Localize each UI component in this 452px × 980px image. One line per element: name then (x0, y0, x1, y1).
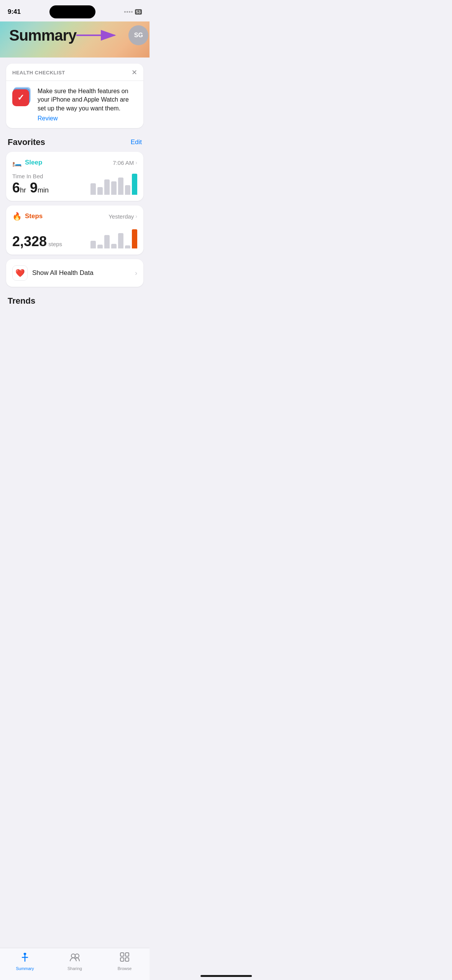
checklist-section-title: HEALTH CHECKLIST (12, 70, 65, 76)
sleep-bar-4 (111, 181, 117, 195)
show-all-label: Show All Health Data (32, 269, 130, 277)
steps-icon: 🔥 (12, 212, 22, 221)
trends-title: Trends (8, 296, 142, 306)
header-row: Summary SG (9, 21, 140, 45)
review-link[interactable]: Review (38, 115, 58, 122)
steps-metric-left: 2,328 steps (12, 225, 62, 248)
arrow-icon (76, 30, 122, 41)
steps-bar-3 (104, 235, 110, 248)
status-right: 53 (124, 9, 142, 15)
sleep-metric-value: 6hr 9min (12, 181, 49, 195)
steps-card-header: 🔥 Steps Yesterday › (12, 212, 137, 221)
page-title: Summary (9, 27, 76, 44)
sleep-card-header: 🛏️ Sleep 7:06 AM › (12, 158, 137, 167)
close-button[interactable]: ✕ (131, 69, 137, 76)
sleep-metric-label: Time In Bed (12, 173, 49, 179)
steps-card[interactable]: 🔥 Steps Yesterday › 2,328 steps (6, 206, 143, 255)
favorites-section-header: Favorites Edit (6, 137, 143, 147)
trends-section: Trends (6, 296, 143, 306)
sleep-card[interactable]: 🛏️ Sleep 7:06 AM › Time In Bed 6hr 9min (6, 152, 143, 201)
show-all-card[interactable]: ❤️ Show All Health Data › (6, 259, 143, 287)
checklist-header: HEALTH CHECKLIST ✕ (6, 64, 143, 81)
health-checklist-card: HEALTH CHECKLIST ✕ ✓ Make sure the Healt… (6, 64, 143, 128)
sleep-bar-7 (132, 174, 137, 195)
battery-icon: 53 (135, 9, 142, 15)
header-right: SG (76, 25, 148, 45)
edit-button[interactable]: Edit (131, 138, 142, 146)
heart-icon: ❤️ (12, 265, 28, 281)
show-all-chevron: › (135, 269, 137, 277)
icon-card-front: ✓ (12, 89, 29, 106)
steps-bar-6 (125, 245, 130, 248)
checklist-icon: ✓ (12, 87, 32, 107)
steps-title-row: 🔥 Steps (12, 212, 43, 221)
main-content: HEALTH CHECKLIST ✕ ✓ Make sure the Healt… (0, 58, 150, 306)
sleep-bar-3 (104, 179, 110, 195)
checklist-description: Make sure the Health features on your iP… (38, 87, 137, 113)
steps-bar-chart (90, 225, 137, 248)
sleep-bar-chart (90, 172, 137, 195)
sleep-title-row: 🛏️ Sleep (12, 158, 42, 167)
sleep-icon: 🛏️ (12, 158, 22, 167)
dynamic-island (49, 5, 95, 18)
sleep-metric-left: Time In Bed 6hr 9min (12, 173, 49, 195)
sleep-metric: Time In Bed 6hr 9min (12, 172, 137, 195)
checklist-text: Make sure the Health features on your iP… (38, 87, 137, 122)
battery-level: 53 (135, 9, 142, 15)
favorites-title: Favorites (8, 137, 45, 147)
signal-icon (124, 11, 133, 13)
steps-metric: 2,328 steps (12, 225, 137, 248)
sleep-title: Sleep (25, 159, 42, 166)
checkmark-icon: ✓ (17, 93, 24, 103)
sleep-bar-6 (125, 185, 130, 195)
status-bar: 9:41 53 (0, 0, 150, 21)
steps-bar-4 (111, 244, 117, 248)
sleep-bar-1 (90, 183, 96, 195)
steps-time: Yesterday › (108, 213, 137, 220)
sleep-chevron: › (135, 159, 137, 166)
sleep-bar-2 (97, 187, 103, 195)
status-time: 9:41 (8, 8, 21, 16)
steps-bar-5 (118, 233, 123, 248)
steps-bar-1 (90, 241, 96, 248)
sleep-time: 7:06 AM › (113, 159, 137, 166)
steps-bar-2 (97, 245, 103, 248)
checklist-body: ✓ Make sure the Health features on your … (6, 81, 143, 128)
steps-metric-value: 2,328 steps (12, 235, 62, 248)
steps-title: Steps (25, 212, 43, 220)
sleep-bar-5 (118, 178, 123, 195)
steps-chevron: › (135, 213, 137, 219)
steps-bar-7 (132, 229, 137, 248)
heart-emoji: ❤️ (15, 268, 25, 278)
show-all-row: ❤️ Show All Health Data › (6, 259, 143, 287)
header-section: Summary SG (0, 21, 150, 58)
avatar[interactable]: SG (128, 25, 148, 45)
